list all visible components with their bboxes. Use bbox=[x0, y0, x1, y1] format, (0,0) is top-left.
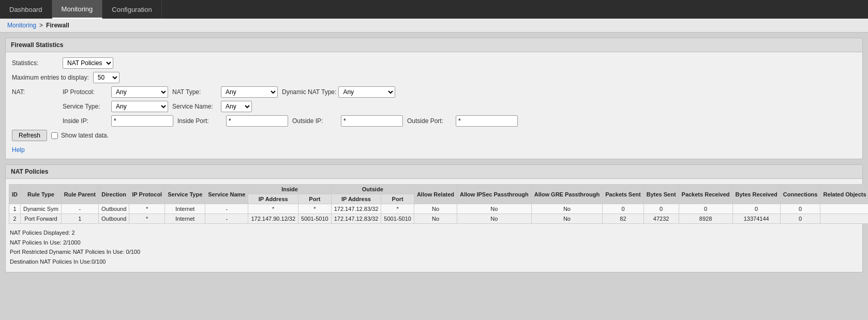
dynamic-nat-type-group: Dynamic NAT Type: AnySymmetricPort Forwa… bbox=[282, 86, 395, 98]
col-allow-related: Allow Related bbox=[414, 185, 457, 204]
nat-label: NAT: bbox=[12, 88, 58, 96]
nat-row2: Service Type: AnyInternetCustom Service … bbox=[63, 101, 856, 112]
inside-ip-input[interactable] bbox=[111, 115, 173, 127]
col-bytes-received: Bytes Received bbox=[732, 185, 780, 204]
col-packets-sent: Packets Sent bbox=[603, 185, 643, 204]
statistics-label: Statistics: bbox=[12, 59, 58, 67]
service-name-label: Service Name: bbox=[172, 103, 219, 110]
firewall-statistics-panel: Firewall Statistics Statistics: NAT Poli… bbox=[5, 38, 863, 159]
col-rule-type: Rule Type bbox=[21, 185, 62, 204]
nat-policies-title: NAT Policies bbox=[6, 165, 862, 179]
col-id: ID bbox=[9, 185, 21, 204]
col-inside-group: Inside bbox=[248, 185, 331, 194]
inside-ip-label: Inside IP: bbox=[63, 117, 109, 125]
col-packets-received: Packets Received bbox=[679, 185, 732, 204]
ip-protocol-select[interactable]: AnyTCPUDPICMP bbox=[111, 86, 168, 98]
inside-port-label: Inside Port: bbox=[177, 117, 224, 125]
col-allow-ipsec: Allow IPSec Passthrough bbox=[457, 185, 532, 204]
service-type-group: Service Type: AnyInternetCustom bbox=[63, 101, 168, 112]
max-entries-select[interactable]: 50 100 200 bbox=[93, 72, 119, 83]
col-outside-port: Port bbox=[381, 194, 414, 204]
firewall-statistics-title: Firewall Statistics bbox=[6, 38, 862, 52]
col-outside-ip: IP Address bbox=[331, 194, 381, 204]
service-type-label: Service Type: bbox=[63, 103, 109, 110]
outside-ip-input[interactable] bbox=[341, 115, 403, 127]
outside-port-label: Outside Port: bbox=[407, 117, 454, 125]
inside-port-input[interactable] bbox=[226, 115, 288, 127]
help-link[interactable]: Help bbox=[12, 146, 25, 154]
col-direction: Direction bbox=[98, 185, 129, 204]
service-type-select[interactable]: AnyInternetCustom bbox=[111, 101, 168, 112]
top-nav: Dashboard Monitoring Configuration bbox=[0, 0, 868, 19]
nat-policies-body: ID Rule Type Rule Parent Direction IP Pr… bbox=[6, 179, 862, 272]
refresh-button[interactable]: Refresh bbox=[12, 130, 47, 141]
outside-ip-label: Outside IP: bbox=[292, 117, 339, 125]
nat-policies-table: ID Rule Type Rule Parent Direction IP Pr… bbox=[9, 184, 868, 224]
col-inside-ip: IP Address bbox=[248, 194, 298, 204]
inside-ip-group: Inside IP: bbox=[63, 115, 173, 127]
col-service-name: Service Name bbox=[205, 185, 248, 204]
nat-policies-panel: NAT Policies ID Rule Type Rule Parent Di… bbox=[5, 164, 863, 272]
statistics-row: Statistics: NAT Policies bbox=[12, 57, 856, 69]
show-latest-group: Show latest data. bbox=[51, 132, 109, 139]
dynamic-nat-type-select[interactable]: AnySymmetricPort Forward bbox=[338, 86, 395, 98]
max-entries-row: Maximum entries to display: 50 100 200 bbox=[12, 72, 856, 83]
nat-summary: NAT Policies Displayed: 2 NAT Policies I… bbox=[9, 224, 859, 269]
breadcrumb: Monitoring > Firewall bbox=[0, 19, 868, 33]
col-outside-group: Outside bbox=[331, 185, 414, 194]
summary-port-restricted: Port Restricted Dynamic NAT Policies In … bbox=[10, 247, 858, 257]
nat-type-select[interactable]: AnyDynamicStatic bbox=[221, 86, 278, 98]
summary-destination: Destination NAT Policies In Use:0/100 bbox=[10, 257, 858, 267]
breadcrumb-separator: > bbox=[39, 22, 43, 29]
tab-configuration[interactable]: Configuration bbox=[102, 0, 161, 19]
service-name-group: Service Name: Any bbox=[172, 101, 252, 112]
summary-in-use: NAT Policies In Use: 2/1000 bbox=[10, 238, 858, 248]
col-rule-parent: Rule Parent bbox=[61, 185, 98, 204]
nat-type-group: NAT Type: AnyDynamicStatic bbox=[172, 86, 278, 98]
outside-ip-group: Outside IP: bbox=[292, 115, 403, 127]
col-related-objects: Related Objects bbox=[820, 185, 868, 204]
nat-row: NAT: IP Protocol: AnyTCPUDPICMP NAT Type… bbox=[12, 86, 856, 98]
max-entries-label: Maximum entries to display: bbox=[12, 74, 89, 81]
col-allow-gre: Allow GRE Passthrough bbox=[531, 185, 603, 204]
breadcrumb-current: Firewall bbox=[46, 22, 69, 29]
firewall-statistics-body: Statistics: NAT Policies Maximum entries… bbox=[6, 52, 862, 159]
tab-dashboard[interactable]: Dashboard bbox=[0, 0, 52, 19]
outside-port-input[interactable] bbox=[456, 115, 518, 127]
show-latest-checkbox[interactable] bbox=[51, 132, 58, 139]
breadcrumb-parent[interactable]: Monitoring bbox=[7, 22, 36, 29]
col-inside-port: Port bbox=[298, 194, 332, 204]
col-service-type: Service Type bbox=[165, 185, 205, 204]
refresh-row: Refresh Show latest data. bbox=[12, 130, 856, 141]
outside-port-group: Outside Port: bbox=[407, 115, 518, 127]
col-ip-protocol: IP Protocol bbox=[129, 185, 165, 204]
table-row: 2Port Forward1Outbound*Internet-172.147.… bbox=[9, 214, 869, 224]
service-name-select[interactable]: Any bbox=[221, 101, 252, 112]
ip-protocol-label: IP Protocol: bbox=[63, 88, 109, 96]
table-row: 1Dynamic Sym-Outbound*Internet-**172.147… bbox=[9, 204, 869, 214]
show-latest-label: Show latest data. bbox=[61, 132, 109, 139]
ip-protocol-group: IP Protocol: AnyTCPUDPICMP bbox=[63, 86, 168, 98]
nat-type-label: NAT Type: bbox=[172, 88, 219, 96]
col-connections: Connections bbox=[780, 185, 820, 204]
dynamic-nat-type-label: Dynamic NAT Type: bbox=[282, 88, 336, 96]
tab-monitoring[interactable]: Monitoring bbox=[52, 0, 103, 19]
summary-displayed: NAT Policies Displayed: 2 bbox=[10, 228, 858, 238]
nat-row3: Inside IP: Inside Port: Outside IP: Outs… bbox=[63, 115, 856, 127]
col-bytes-sent: Bytes Sent bbox=[643, 185, 679, 204]
statistics-select[interactable]: NAT Policies bbox=[63, 57, 113, 69]
inside-port-group: Inside Port: bbox=[177, 115, 288, 127]
